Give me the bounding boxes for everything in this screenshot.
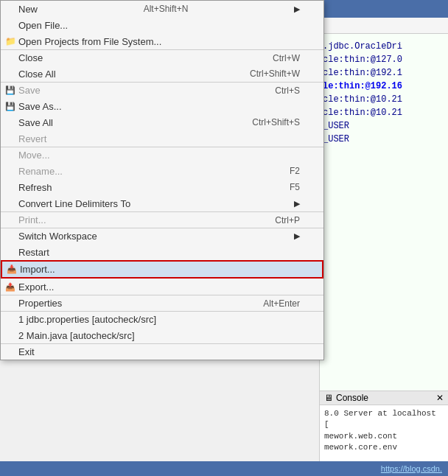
menu-import[interactable]: 📥 Import... <box>1 260 323 279</box>
menu-convert-line[interactable]: Convert Line Delimiters To ▶ <box>1 195 323 211</box>
menu-restart[interactable]: Restart <box>1 244 323 260</box>
console-icon: 🖥 <box>324 393 333 403</box>
status-link[interactable]: https://blog.csdn. <box>381 464 442 473</box>
close-shortcut: Ctrl+W <box>273 53 300 63</box>
editor-line: cle:thin:@10.21 <box>323 93 445 106</box>
menu-refresh[interactable]: Refresh F5 <box>1 179 323 195</box>
menu-recent-1-label: 1 jdbc.properties [autocheck/src] <box>18 314 156 325</box>
new-arrow: ▶ <box>294 4 300 14</box>
import-icon: 📥 <box>5 265 18 274</box>
menu-export-label: Export... <box>18 281 54 293</box>
menu-save-label: Save <box>18 85 41 96</box>
properties-shortcut: Alt+Enter <box>263 298 300 309</box>
editor-line: .jdbc.OracleDri <box>323 40 445 53</box>
convert-line-arrow: ▶ <box>294 199 300 209</box>
menu-import-label: Import... <box>20 264 55 275</box>
save-icon: 💾 <box>4 85 17 95</box>
close-all-shortcut: Ctrl+Shift+W <box>250 69 300 79</box>
editor-line: cle:thin:@192.1 <box>323 66 445 80</box>
menu-save-all-label: Save All <box>18 117 53 128</box>
editor-line: _USER <box>323 119 445 133</box>
menu-refresh-label: Refresh <box>18 182 52 193</box>
menu-open-file-label: Open File... <box>18 20 68 31</box>
console-close-icon[interactable]: ✕ <box>436 393 444 403</box>
menu-close-label: Close <box>18 52 43 63</box>
console-line: 8.0 Server at localhost [ <box>324 408 444 431</box>
menu-move-label: Move... <box>18 150 50 161</box>
menu-switch-workspace[interactable]: Switch Workspace ▶ <box>1 228 323 244</box>
save-as-icon: 💾 <box>4 102 17 111</box>
menu-save-as-label: Save As... <box>18 101 62 112</box>
editor-line: cle:thin:@10.21 <box>323 106 445 119</box>
menu-print-label: Print... <box>18 214 46 225</box>
menu-recent-2-label: 2 Main.java [autocheck/src] <box>18 330 135 341</box>
menu-print: Print... Ctrl+P <box>1 211 323 228</box>
editor-line: cle:thin:@127.0 <box>323 53 445 66</box>
switch-workspace-arrow: ▶ <box>294 231 300 241</box>
menu-new-label: New <box>18 4 38 15</box>
refresh-shortcut: F5 <box>290 182 300 192</box>
menu-revert-label: Revert <box>18 133 46 144</box>
menu-recent-1[interactable]: 1 jdbc.properties [autocheck/src] <box>1 311 323 327</box>
menu-open-projects-label: Open Projects from File System... <box>18 36 161 47</box>
menu-save-as[interactable]: 💾 Save As... <box>1 98 323 114</box>
status-bar: https://blog.csdn. <box>0 461 448 476</box>
menu-open-file[interactable]: Open File... <box>1 17 323 33</box>
console-line: mework.core.env <box>324 442 444 453</box>
menu-save-all[interactable]: Save All Ctrl+Shift+S <box>1 114 323 130</box>
menu-revert: Revert <box>1 130 323 147</box>
menu-convert-line-label: Convert Line Delimiters To <box>18 198 130 209</box>
editor-line: le:thin:@192.16 <box>323 80 445 93</box>
save-all-shortcut: Ctrl+Shift+S <box>252 117 300 127</box>
file-dropdown: New Alt+Shift+N ▶ Open File... 📁 Open Pr… <box>0 0 324 360</box>
menu-open-projects[interactable]: 📁 Open Projects from File System... <box>1 33 323 49</box>
menu-restart-label: Restart <box>18 247 49 258</box>
console-body: 8.0 Server at localhost [ mework.web.con… <box>320 405 448 457</box>
console-header: 🖥 Console ✕ <box>320 391 448 405</box>
menu-exit-label: Exit <box>18 346 35 357</box>
menu-recent-2[interactable]: 2 Main.java [autocheck/src] <box>1 327 323 343</box>
menu-exit[interactable]: Exit <box>1 343 323 360</box>
menu-move: Move... <box>1 147 323 163</box>
menu-switch-workspace-label: Switch Workspace <box>18 231 97 242</box>
menu-close[interactable]: Close Ctrl+W <box>1 49 323 66</box>
console-panel: 🖥 Console ✕ 8.0 Server at localhost [ me… <box>319 391 448 461</box>
menu-close-all-label: Close All <box>18 69 56 80</box>
new-shortcut: Alt+Shift+N <box>144 4 189 14</box>
save-shortcut: Ctrl+S <box>275 85 300 96</box>
menu-export[interactable]: 📤 Export... <box>1 279 323 295</box>
menu-close-all[interactable]: Close All Ctrl+Shift+W <box>1 66 323 82</box>
console-line: mework.web.cont <box>324 431 444 442</box>
print-shortcut: Ctrl+P <box>275 215 300 225</box>
menu-new[interactable]: New Alt+Shift+N ▶ <box>1 1 323 17</box>
menu-rename-label: Rename... <box>18 166 63 177</box>
open-projects-icon: 📁 <box>4 36 17 46</box>
console-title: Console <box>336 393 368 403</box>
export-icon: 📤 <box>4 282 17 292</box>
menu-properties-label: Properties <box>18 298 62 309</box>
editor-line: _USER <box>323 133 445 146</box>
menu-save: 💾 Save Ctrl+S <box>1 82 323 98</box>
rename-shortcut: F2 <box>290 166 300 176</box>
menu-rename: Rename... F2 <box>1 163 323 179</box>
menu-properties[interactable]: Properties Alt+Enter <box>1 295 323 311</box>
editor-content: .jdbc.OracleDri cle:thin:@127.0 cle:thin… <box>320 34 448 152</box>
